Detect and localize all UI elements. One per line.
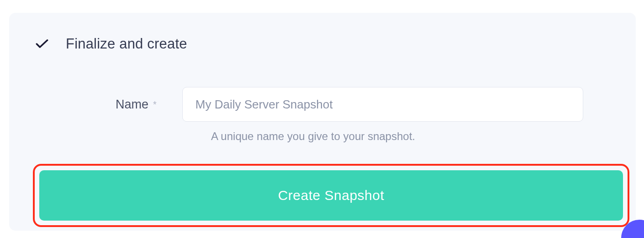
create-snapshot-label: Create Snapshot bbox=[278, 188, 385, 203]
section-header: Finalize and create bbox=[36, 36, 614, 52]
create-snapshot-button[interactable]: Create Snapshot bbox=[39, 170, 623, 221]
name-label: Name bbox=[116, 97, 148, 112]
section-title: Finalize and create bbox=[66, 36, 187, 52]
check-icon bbox=[36, 38, 48, 50]
name-input[interactable] bbox=[182, 87, 583, 122]
name-helper-text: A unique name you give to your snapshot. bbox=[211, 130, 614, 143]
name-row: Name * bbox=[31, 87, 614, 122]
name-label-wrap: Name * bbox=[116, 97, 157, 112]
form-area: Name * A unique name you give to your sn… bbox=[31, 87, 614, 143]
finalize-panel: Finalize and create Name * A unique name… bbox=[9, 13, 636, 231]
required-asterisk: * bbox=[153, 100, 157, 109]
